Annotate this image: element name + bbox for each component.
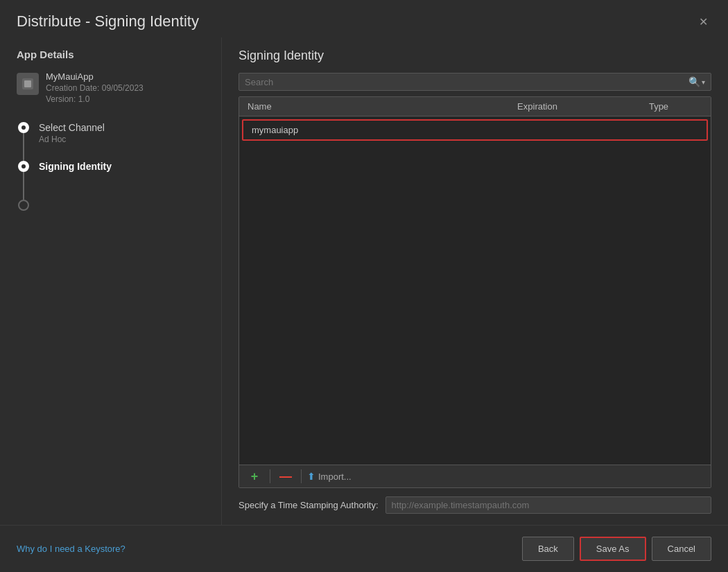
footer-buttons: Back Save As Cancel: [522, 537, 711, 561]
step-connector-3: [17, 200, 31, 211]
col-type: Type: [607, 97, 711, 116]
step-circle-3: [18, 200, 29, 211]
import-label: Import...: [318, 471, 352, 482]
identity-table: Name Expiration Type mymauiapp + —: [239, 96, 711, 488]
cancel-button[interactable]: Cancel: [652, 537, 711, 561]
svg-point-2: [21, 125, 26, 130]
step-3: [17, 200, 205, 216]
app-info: MyMauiApp Creation Date: 09/05/2023 Vers…: [46, 71, 144, 104]
content-area: App Details MyMauiApp Creation Date: 09/…: [0, 37, 728, 525]
import-button[interactable]: ⬆ Import...: [307, 471, 352, 482]
col-expiration: Expiration: [468, 97, 607, 116]
app-icon: [17, 73, 39, 95]
col-name: Name: [239, 97, 468, 116]
step-circle-2: [18, 161, 29, 172]
app-details-block: MyMauiApp Creation Date: 09/05/2023 Vers…: [17, 71, 205, 104]
keystore-link[interactable]: Why do I need a Keystore?: [17, 544, 125, 554]
step-line-1: [23, 133, 24, 161]
timestamp-row: Specify a Time Stamping Authority:: [239, 496, 711, 514]
search-chevron-icon: ▾: [702, 78, 705, 86]
step-1-title: Select Channel: [39, 122, 105, 133]
step-signing-identity: Signing Identity: [17, 161, 205, 200]
table-row[interactable]: mymauiapp: [242, 119, 708, 141]
step-connector-2: [17, 161, 31, 200]
step-select-channel: Select Channel Ad Hoc: [17, 122, 205, 161]
table-body: mymauiapp: [239, 116, 711, 465]
toolbar-divider-2: [301, 469, 302, 483]
add-button[interactable]: +: [245, 468, 264, 485]
search-button[interactable]: 🔍 ▾: [688, 76, 705, 87]
step-2-content: Signing Identity: [39, 161, 112, 189]
step-circle-1: [18, 122, 29, 133]
back-button[interactable]: Back: [522, 537, 574, 561]
row-type: [603, 126, 707, 135]
app-creation-date: Creation Date: 09/05/2023: [46, 83, 144, 93]
app-version: Version: 1.0: [46, 94, 144, 104]
dialog-title: Distribute - Signing Identity: [17, 12, 199, 31]
app-name: MyMauiApp: [46, 71, 144, 82]
wizard-steps: Select Channel Ad Hoc Signing Identity: [17, 122, 205, 216]
title-bar: Distribute - Signing Identity ✕: [0, 0, 728, 37]
toolbar-divider-1: [270, 469, 270, 483]
step-2-title: Signing Identity: [39, 161, 112, 172]
search-input[interactable]: [245, 77, 688, 87]
step-connector-1: [17, 122, 31, 161]
import-icon: ⬆: [307, 471, 315, 482]
row-expiration: [464, 126, 603, 135]
search-icon: 🔍: [688, 76, 700, 87]
save-as-button[interactable]: Save As: [580, 537, 646, 561]
left-panel: App Details MyMauiApp Creation Date: 09/…: [0, 37, 222, 525]
svg-point-3: [21, 164, 26, 168]
app-details-label: App Details: [17, 49, 205, 60]
close-button[interactable]: ✕: [695, 13, 711, 30]
dialog: Distribute - Signing Identity ✕ App Deta…: [0, 0, 728, 572]
right-panel: Signing Identity 🔍 ▾ Name Expiration Typ…: [222, 37, 728, 525]
row-name: mymauiapp: [243, 121, 464, 139]
footer: Why do I need a Keystore? Back Save As C…: [0, 525, 728, 572]
table-header: Name Expiration Type: [239, 97, 711, 116]
table-toolbar: + — ⬆ Import...: [239, 465, 711, 487]
step-1-content: Select Channel Ad Hoc: [39, 122, 105, 161]
timestamp-input[interactable]: [385, 496, 711, 514]
svg-rect-1: [24, 80, 31, 87]
panel-title: Signing Identity: [239, 49, 711, 63]
timestamp-label: Specify a Time Stamping Authority:: [239, 500, 379, 510]
step-1-subtitle: Ad Hoc: [39, 135, 105, 144]
remove-button[interactable]: —: [276, 468, 295, 485]
step-line-2: [23, 172, 24, 200]
search-bar: 🔍 ▾: [239, 73, 711, 91]
